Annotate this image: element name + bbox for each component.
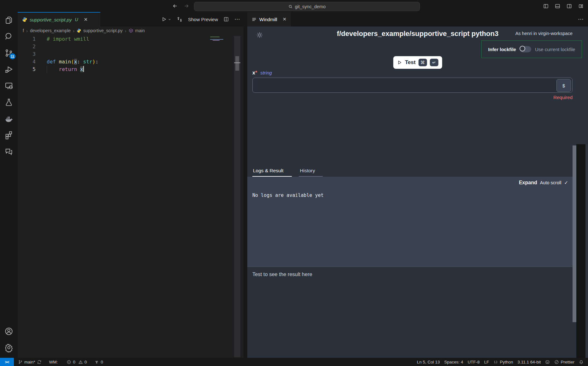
breadcrumb-root[interactable]: f <box>23 28 24 33</box>
language-status[interactable]: Python <box>491 358 515 366</box>
tab-history[interactable]: History <box>299 168 323 177</box>
lockfile-toggle[interactable] <box>520 46 531 52</box>
code-token: ( <box>71 59 74 65</box>
tab-logs-result[interactable]: Logs & Result <box>252 168 292 177</box>
ports-status[interactable]: 0 <box>92 358 105 366</box>
enter-key-badge: ↵ <box>430 59 438 66</box>
testing-icon[interactable] <box>0 94 18 110</box>
overview-cursor-marker <box>234 62 240 63</box>
run-debug-icon[interactable] <box>0 61 18 78</box>
extensions-icon[interactable] <box>0 127 18 143</box>
overview-ruler <box>234 36 240 357</box>
eol-status[interactable]: LF <box>482 358 491 366</box>
line-number: 1 <box>18 35 36 43</box>
show-preview-button[interactable]: Show Preview <box>188 17 218 22</box>
lockfile-options: Infer lockfile Use current lockfile <box>481 40 582 58</box>
vscode-window: git_sync_demo <box>0 0 588 366</box>
warning-count: 0 <box>85 360 87 364</box>
branch-name: main* <box>24 360 35 364</box>
status-face-icon[interactable] <box>543 358 552 366</box>
notifications-bell-icon[interactable] <box>577 358 584 366</box>
code-token: x <box>74 59 77 65</box>
forward-arrow-icon[interactable] <box>184 3 189 9</box>
required-message: Required <box>553 95 573 100</box>
list-icon <box>252 17 256 22</box>
docker-icon[interactable] <box>0 110 18 127</box>
more-actions-icon[interactable]: ⋯ <box>578 12 584 27</box>
code-token: def <box>47 59 59 65</box>
test-button[interactable]: Test ⌘ ↵ <box>393 56 442 69</box>
source-control-icon[interactable]: 11 <box>0 45 18 61</box>
arg-name: x <box>252 70 255 75</box>
tab-git-status: U <box>75 17 78 22</box>
infer-lockfile-label: Infer lockfile <box>488 47 516 52</box>
ports-count: 0 <box>101 360 103 364</box>
cursor-position[interactable]: Ln 5, Col 13 <box>415 358 442 366</box>
git-branch-status[interactable]: main* <box>16 358 44 366</box>
arg-type: string <box>260 70 272 75</box>
webview-edge-strip <box>585 144 588 358</box>
panel-tab-label: Windmill <box>259 17 277 22</box>
variable-picker-button[interactable]: $ <box>556 79 571 92</box>
explorer-icon[interactable] <box>0 12 18 28</box>
windmill-panel-group: Windmill ✕ ⋯ f/developers_example/suppor… <box>247 12 588 358</box>
problems-status[interactable]: 0 0 <box>64 358 89 366</box>
comments-icon[interactable] <box>0 143 18 160</box>
breadcrumb-symbol[interactable]: main <box>135 28 145 33</box>
breadcrumb-folder[interactable]: developers_example <box>30 28 71 33</box>
customize-layout-icon[interactable] <box>578 3 584 9</box>
toggle-primary-sidebar-icon[interactable] <box>543 3 549 9</box>
windmill-webview: f/developers_example/supportive_script p… <box>247 27 588 358</box>
close-tab-icon[interactable]: ✕ <box>84 17 88 22</box>
close-tab-icon[interactable]: ✕ <box>283 16 287 22</box>
webview-scrollbar-thumb[interactable] <box>573 145 576 322</box>
toggle-panel-icon[interactable] <box>555 3 560 9</box>
code-line: 5 return x <box>18 66 244 73</box>
expand-button[interactable]: Expand <box>519 180 537 186</box>
sync-icon[interactable] <box>37 360 42 364</box>
result-placeholder: Test to see the result here <box>252 271 312 277</box>
code-token: : <box>77 59 83 65</box>
settings-gear-icon[interactable] <box>0 339 18 356</box>
chevron-down-icon <box>168 18 171 21</box>
code-token: ) <box>92 59 96 65</box>
remote-explorer-icon[interactable] <box>0 78 18 94</box>
logs-empty-message: No logs are available yet <box>252 192 324 198</box>
breadcrumb-file[interactable]: supportive_script.py <box>83 28 123 33</box>
more-actions-icon[interactable]: ⋯ <box>234 16 240 23</box>
text-cursor <box>83 66 84 72</box>
command-center-search[interactable]: git_sync_demo <box>194 2 420 11</box>
back-arrow-icon[interactable] <box>172 3 178 9</box>
autoscroll-label[interactable]: Auto scroll <box>540 180 562 185</box>
windmill-status[interactable]: WM: <box>47 358 60 366</box>
tab-windmill[interactable]: Windmill ✕ <box>247 12 291 27</box>
toggle-secondary-sidebar-icon[interactable] <box>567 3 572 9</box>
search-icon[interactable] <box>0 28 18 45</box>
arg-input[interactable] <box>252 78 573 93</box>
panel-tab-bar: Windmill ✕ ⋯ <box>247 12 588 27</box>
account-icon[interactable] <box>0 323 18 339</box>
editor-group-divider <box>244 12 247 358</box>
remote-indicator[interactable]: >< <box>0 358 14 366</box>
command-center-search-icon <box>288 4 293 9</box>
indentation-status[interactable]: Spaces: 4 <box>442 358 465 366</box>
minimap[interactable] <box>209 35 234 54</box>
formatter-status[interactable]: Prettier <box>552 358 577 366</box>
tab-supportive-script[interactable]: supportive_script.py U ✕ <box>18 12 100 27</box>
editor-tab-bar: supportive_script.py U ✕ Show Preview <box>18 12 244 27</box>
python-interpreter-status[interactable]: 3.11.1 64-bit <box>515 358 543 366</box>
line-number: 5 <box>18 66 36 73</box>
code-token: x <box>80 66 83 72</box>
source-control-badge: 11 <box>9 53 15 59</box>
editor-scrollbar-thumb[interactable] <box>235 56 239 71</box>
split-editor-icon[interactable] <box>223 16 229 22</box>
arg-field-label: x* string <box>252 70 272 76</box>
wm-label: WM: <box>49 360 58 364</box>
run-python-button[interactable] <box>161 16 171 22</box>
test-button-label: Test <box>405 59 416 66</box>
play-icon <box>397 60 402 65</box>
compare-changes-icon[interactable] <box>177 16 183 22</box>
encoding-status[interactable]: UTF-8 <box>465 358 482 366</box>
logs-pane: Expand Auto scroll ✓ No logs are availab… <box>247 177 573 267</box>
check-icon: ✓ <box>564 180 568 186</box>
